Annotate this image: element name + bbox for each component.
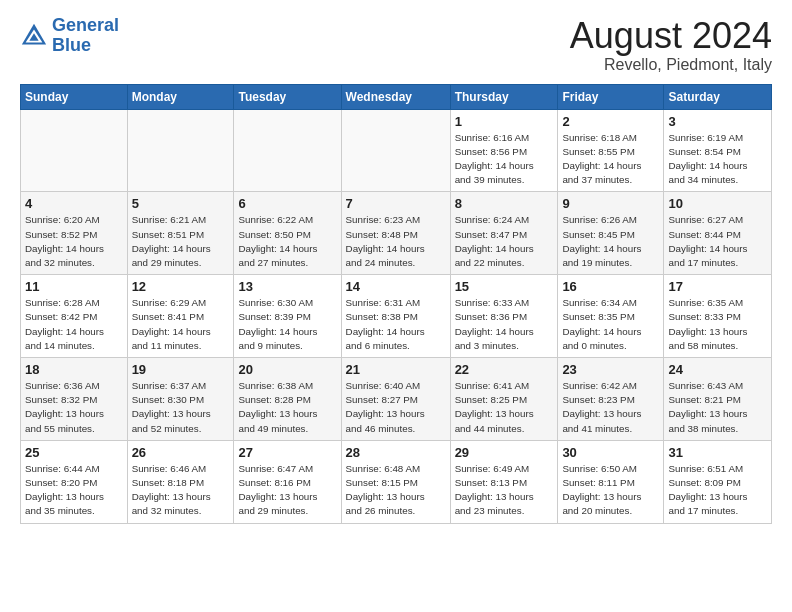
calendar-cell: 23Sunrise: 6:42 AM Sunset: 8:23 PM Dayli… <box>558 358 664 441</box>
day-number: 19 <box>132 362 230 377</box>
calendar-cell: 18Sunrise: 6:36 AM Sunset: 8:32 PM Dayli… <box>21 358 128 441</box>
calendar-cell: 28Sunrise: 6:48 AM Sunset: 8:15 PM Dayli… <box>341 440 450 523</box>
day-number: 14 <box>346 279 446 294</box>
day-info: Sunrise: 6:38 AM Sunset: 8:28 PM Dayligh… <box>238 379 336 436</box>
calendar-cell: 26Sunrise: 6:46 AM Sunset: 8:18 PM Dayli… <box>127 440 234 523</box>
day-number: 31 <box>668 445 767 460</box>
day-number: 8 <box>455 196 554 211</box>
main-title: August 2024 <box>570 16 772 56</box>
calendar-cell: 17Sunrise: 6:35 AM Sunset: 8:33 PM Dayli… <box>664 275 772 358</box>
day-info: Sunrise: 6:30 AM Sunset: 8:39 PM Dayligh… <box>238 296 336 353</box>
day-info: Sunrise: 6:36 AM Sunset: 8:32 PM Dayligh… <box>25 379 123 436</box>
day-header-friday: Friday <box>558 84 664 109</box>
day-number: 28 <box>346 445 446 460</box>
calendar-week-1: 1Sunrise: 6:16 AM Sunset: 8:56 PM Daylig… <box>21 109 772 192</box>
day-info: Sunrise: 6:43 AM Sunset: 8:21 PM Dayligh… <box>668 379 767 436</box>
day-info: Sunrise: 6:24 AM Sunset: 8:47 PM Dayligh… <box>455 213 554 270</box>
calendar-table: SundayMondayTuesdayWednesdayThursdayFrid… <box>20 84 772 524</box>
title-block: August 2024 Revello, Piedmont, Italy <box>570 16 772 74</box>
day-info: Sunrise: 6:18 AM Sunset: 8:55 PM Dayligh… <box>562 131 659 188</box>
calendar-cell: 10Sunrise: 6:27 AM Sunset: 8:44 PM Dayli… <box>664 192 772 275</box>
day-info: Sunrise: 6:20 AM Sunset: 8:52 PM Dayligh… <box>25 213 123 270</box>
calendar-cell: 21Sunrise: 6:40 AM Sunset: 8:27 PM Dayli… <box>341 358 450 441</box>
day-number: 27 <box>238 445 336 460</box>
day-header-sunday: Sunday <box>21 84 128 109</box>
calendar-cell: 5Sunrise: 6:21 AM Sunset: 8:51 PM Daylig… <box>127 192 234 275</box>
day-number: 26 <box>132 445 230 460</box>
day-info: Sunrise: 6:19 AM Sunset: 8:54 PM Dayligh… <box>668 131 767 188</box>
day-number: 24 <box>668 362 767 377</box>
day-number: 2 <box>562 114 659 129</box>
day-info: Sunrise: 6:23 AM Sunset: 8:48 PM Dayligh… <box>346 213 446 270</box>
day-header-tuesday: Tuesday <box>234 84 341 109</box>
calendar-cell: 2Sunrise: 6:18 AM Sunset: 8:55 PM Daylig… <box>558 109 664 192</box>
day-number: 5 <box>132 196 230 211</box>
day-number: 1 <box>455 114 554 129</box>
day-number: 23 <box>562 362 659 377</box>
day-number: 16 <box>562 279 659 294</box>
calendar-cell: 4Sunrise: 6:20 AM Sunset: 8:52 PM Daylig… <box>21 192 128 275</box>
calendar-cell: 12Sunrise: 6:29 AM Sunset: 8:41 PM Dayli… <box>127 275 234 358</box>
page: General Blue August 2024 Revello, Piedmo… <box>0 0 792 534</box>
day-number: 4 <box>25 196 123 211</box>
day-info: Sunrise: 6:51 AM Sunset: 8:09 PM Dayligh… <box>668 462 767 519</box>
day-info: Sunrise: 6:22 AM Sunset: 8:50 PM Dayligh… <box>238 213 336 270</box>
calendar-cell <box>21 109 128 192</box>
logo-text: General Blue <box>52 16 119 56</box>
day-info: Sunrise: 6:49 AM Sunset: 8:13 PM Dayligh… <box>455 462 554 519</box>
day-number: 17 <box>668 279 767 294</box>
calendar-cell: 15Sunrise: 6:33 AM Sunset: 8:36 PM Dayli… <box>450 275 558 358</box>
day-number: 25 <box>25 445 123 460</box>
logo-icon <box>20 22 48 50</box>
day-info: Sunrise: 6:44 AM Sunset: 8:20 PM Dayligh… <box>25 462 123 519</box>
day-number: 12 <box>132 279 230 294</box>
day-number: 6 <box>238 196 336 211</box>
day-info: Sunrise: 6:27 AM Sunset: 8:44 PM Dayligh… <box>668 213 767 270</box>
day-header-monday: Monday <box>127 84 234 109</box>
subtitle: Revello, Piedmont, Italy <box>570 56 772 74</box>
calendar-week-4: 18Sunrise: 6:36 AM Sunset: 8:32 PM Dayli… <box>21 358 772 441</box>
calendar-cell: 9Sunrise: 6:26 AM Sunset: 8:45 PM Daylig… <box>558 192 664 275</box>
calendar-cell <box>341 109 450 192</box>
day-number: 7 <box>346 196 446 211</box>
calendar-cell: 20Sunrise: 6:38 AM Sunset: 8:28 PM Dayli… <box>234 358 341 441</box>
calendar-cell: 24Sunrise: 6:43 AM Sunset: 8:21 PM Dayli… <box>664 358 772 441</box>
day-number: 13 <box>238 279 336 294</box>
calendar-cell: 31Sunrise: 6:51 AM Sunset: 8:09 PM Dayli… <box>664 440 772 523</box>
day-number: 20 <box>238 362 336 377</box>
day-info: Sunrise: 6:33 AM Sunset: 8:36 PM Dayligh… <box>455 296 554 353</box>
day-number: 15 <box>455 279 554 294</box>
calendar-week-3: 11Sunrise: 6:28 AM Sunset: 8:42 PM Dayli… <box>21 275 772 358</box>
day-header-thursday: Thursday <box>450 84 558 109</box>
day-info: Sunrise: 6:47 AM Sunset: 8:16 PM Dayligh… <box>238 462 336 519</box>
day-number: 9 <box>562 196 659 211</box>
day-number: 22 <box>455 362 554 377</box>
logo: General Blue <box>20 16 119 56</box>
calendar-cell: 6Sunrise: 6:22 AM Sunset: 8:50 PM Daylig… <box>234 192 341 275</box>
calendar-cell: 14Sunrise: 6:31 AM Sunset: 8:38 PM Dayli… <box>341 275 450 358</box>
day-number: 3 <box>668 114 767 129</box>
day-info: Sunrise: 6:31 AM Sunset: 8:38 PM Dayligh… <box>346 296 446 353</box>
day-number: 30 <box>562 445 659 460</box>
calendar-cell <box>234 109 341 192</box>
day-number: 29 <box>455 445 554 460</box>
calendar-cell: 3Sunrise: 6:19 AM Sunset: 8:54 PM Daylig… <box>664 109 772 192</box>
day-info: Sunrise: 6:48 AM Sunset: 8:15 PM Dayligh… <box>346 462 446 519</box>
calendar-cell <box>127 109 234 192</box>
calendar-cell: 27Sunrise: 6:47 AM Sunset: 8:16 PM Dayli… <box>234 440 341 523</box>
header: General Blue August 2024 Revello, Piedmo… <box>20 16 772 74</box>
calendar-cell: 29Sunrise: 6:49 AM Sunset: 8:13 PM Dayli… <box>450 440 558 523</box>
calendar-cell: 25Sunrise: 6:44 AM Sunset: 8:20 PM Dayli… <box>21 440 128 523</box>
calendar-week-2: 4Sunrise: 6:20 AM Sunset: 8:52 PM Daylig… <box>21 192 772 275</box>
day-info: Sunrise: 6:40 AM Sunset: 8:27 PM Dayligh… <box>346 379 446 436</box>
calendar-cell: 13Sunrise: 6:30 AM Sunset: 8:39 PM Dayli… <box>234 275 341 358</box>
day-header-saturday: Saturday <box>664 84 772 109</box>
calendar-cell: 16Sunrise: 6:34 AM Sunset: 8:35 PM Dayli… <box>558 275 664 358</box>
calendar-week-5: 25Sunrise: 6:44 AM Sunset: 8:20 PM Dayli… <box>21 440 772 523</box>
day-number: 18 <box>25 362 123 377</box>
calendar-cell: 19Sunrise: 6:37 AM Sunset: 8:30 PM Dayli… <box>127 358 234 441</box>
day-info: Sunrise: 6:46 AM Sunset: 8:18 PM Dayligh… <box>132 462 230 519</box>
day-number: 11 <box>25 279 123 294</box>
day-info: Sunrise: 6:28 AM Sunset: 8:42 PM Dayligh… <box>25 296 123 353</box>
day-info: Sunrise: 6:41 AM Sunset: 8:25 PM Dayligh… <box>455 379 554 436</box>
